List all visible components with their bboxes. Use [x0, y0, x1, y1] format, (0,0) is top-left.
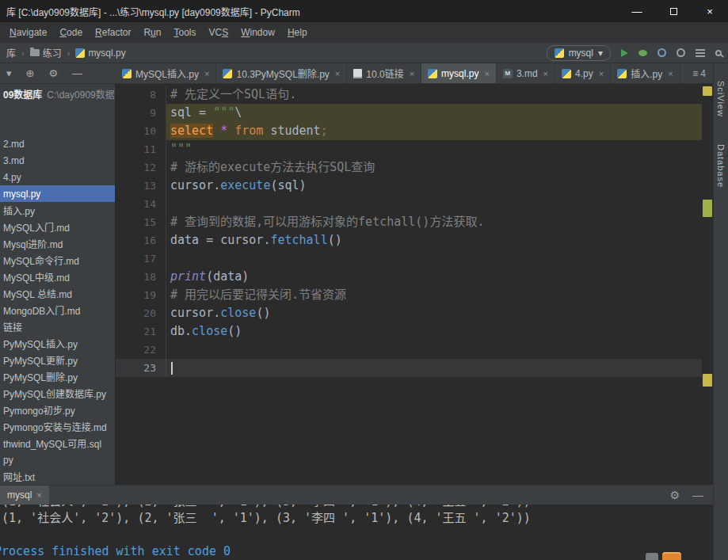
profiler-button[interactable] [677, 48, 685, 57]
menu-code[interactable]: Code [53, 24, 89, 41]
menu-bar: NavigateCodeRefactorRunToolsVCSWindowHel… [0, 22, 728, 43]
tree-item[interactable]: 2.md [0, 135, 115, 152]
tree-item[interactable]: mysql.py [0, 185, 115, 202]
tree-item[interactable]: MySQL 总结.md [0, 285, 115, 302]
editor-tab[interactable]: 3.md× [497, 63, 555, 83]
code-line[interactable]: 20cursor.close() [116, 304, 713, 322]
code-line[interactable]: 16data = cursor.fetchall() [116, 231, 713, 250]
menu-navigate[interactable]: Navigate [3, 24, 53, 41]
search-everywhere-icon[interactable] [715, 50, 722, 56]
close-button[interactable]: × [692, 0, 728, 22]
tree-item[interactable]: 3.md [0, 152, 115, 169]
menu-refactor[interactable]: Refactor [89, 24, 137, 41]
code-line[interactable]: 12# 游标的execute方法去执行SQL查询 [116, 158, 713, 177]
tool-window-sciview[interactable]: SciView [716, 81, 726, 117]
project-root-row[interactable]: 09数据库C:\day0909数据 [0, 86, 115, 102]
code-line[interactable]: 22 [116, 341, 713, 359]
tree-item[interactable]: MySQL中级.md [0, 269, 115, 285]
tree-item[interactable]: PyMySQL插入.py [0, 335, 115, 352]
hidden-tabs-button[interactable]: ≡ 4 [685, 63, 713, 83]
tab-close-icon[interactable]: × [543, 69, 548, 78]
tree-item[interactable]: PyMySQL创建数据库.py [0, 385, 115, 402]
debug-bug-button[interactable] [638, 50, 647, 56]
editor-tab[interactable]: 10.0链接× [347, 63, 421, 83]
tree-item[interactable]: 4.py [0, 169, 115, 185]
code-line[interactable]: 21db.close() [116, 322, 713, 341]
coverage-button[interactable] [657, 48, 666, 57]
locate-file-icon[interactable]: ⊕ [26, 67, 35, 79]
editor-tabs-row: ▾ ⊕ ⚙ — MySQL插入.py×10.3PyMySQL删除.py×10.0… [0, 63, 713, 84]
editor-scrollbar[interactable] [702, 84, 713, 485]
code-line[interactable]: 10select * from student; [116, 122, 713, 140]
code-line[interactable]: 15# 查询到的数据,可以用游标对象的fetchall()方法获取. [116, 213, 713, 231]
menu-run[interactable]: Run [137, 24, 167, 41]
tree-item[interactable]: 链接 [0, 318, 115, 335]
text-file-icon [353, 69, 362, 78]
code-line[interactable]: 9sql = """\ [116, 104, 713, 122]
code-line[interactable]: 23 [116, 359, 713, 377]
tree-item[interactable]: Pymongo安装与连接.md [0, 418, 115, 435]
tab-close-icon[interactable]: × [204, 69, 209, 78]
breadcrumb-item[interactable]: 练习 [30, 46, 62, 59]
editor-tab[interactable]: 插入.py× [611, 63, 680, 83]
run-button[interactable] [621, 49, 628, 57]
code-line[interactable]: 8# 先定义一个SQL语句. [116, 86, 713, 104]
code-line[interactable]: 14 [116, 195, 713, 213]
py-file-icon [562, 69, 571, 78]
tab-close-icon[interactable]: × [410, 69, 414, 78]
console-tab-mysql[interactable]: mysql × [0, 486, 49, 505]
hide-panel-icon[interactable]: — [72, 67, 82, 79]
tab-close-icon[interactable]: × [668, 69, 673, 78]
breadcrumb-item[interactable]: mysql.py [75, 48, 125, 59]
console-settings-gear-icon[interactable]: ⚙ [669, 489, 680, 501]
project-settings-gear-icon[interactable]: ⚙ [48, 67, 58, 79]
console-tab-close-icon[interactable]: × [36, 490, 41, 500]
notification-icon[interactable] [646, 553, 658, 560]
tool-window-database[interactable]: Database [716, 144, 726, 188]
minimize-button[interactable]: — [619, 0, 655, 22]
maximize-icon [670, 8, 677, 15]
tree-item[interactable]: Mysql进阶.md [0, 235, 115, 252]
code-line[interactable]: 11""" [116, 140, 713, 158]
breadcrumb-item[interactable]: 库 [6, 46, 16, 59]
tree-item[interactable]: py [0, 451, 115, 468]
code-line[interactable]: 19# 用完以后要记得关闭.节省资源 [116, 286, 713, 304]
tree-item[interactable]: MongoDB入门.md [0, 302, 115, 318]
run-anything-button[interactable] [696, 49, 705, 57]
stripe-marker [703, 86, 712, 96]
code-editor[interactable]: 8# 先定义一个SQL语句.9sql = """\10select * from… [116, 84, 713, 485]
menu-vcs[interactable]: VCS [203, 24, 235, 41]
tree-item[interactable]: PyMySQL更新.py [0, 352, 115, 368]
project-dropdown-icon[interactable]: ▾ [6, 67, 12, 79]
tab-close-icon[interactable]: × [484, 69, 489, 78]
line-number: 18 [116, 268, 166, 286]
tree-item[interactable]: Pymongo初步.py [0, 402, 115, 418]
code-line[interactable]: 17 [116, 250, 713, 268]
middle-row: ▾ ⊕ ⚙ — MySQL插入.py×10.3PyMySQL删除.py×10.0… [0, 63, 728, 560]
console-minimize-icon[interactable]: — [692, 489, 703, 501]
tab-close-icon[interactable]: × [335, 69, 340, 78]
code-line[interactable]: 18print(data) [116, 268, 713, 286]
code-line[interactable]: 13cursor.execute(sql) [116, 177, 713, 195]
right-tool-window-bar: SciView Database [713, 63, 728, 560]
menu-help[interactable]: Help [281, 24, 314, 41]
maximize-button[interactable] [655, 0, 692, 22]
menu-window[interactable]: Window [234, 24, 281, 41]
breadcrumb: 库›练习›mysql.py [6, 46, 547, 59]
tree-item[interactable]: 插入.py [0, 202, 115, 219]
code-text [166, 341, 713, 359]
run-config-combo[interactable]: mysql ▾ [547, 45, 611, 61]
tab-close-icon[interactable]: × [599, 69, 604, 78]
menu-tools[interactable]: Tools [167, 24, 202, 41]
event-log-balloon-icon[interactable] [662, 552, 681, 560]
editor-tab[interactable]: 10.3PyMySQL删除.py× [216, 63, 347, 83]
editor-tab[interactable]: MySQL插入.py× [116, 63, 216, 83]
tree-item[interactable]: 网址.txt [0, 468, 115, 485]
tree-item[interactable]: MySQL命令行.md [0, 252, 115, 269]
tree-item[interactable]: PyMySQL删除.py [0, 368, 115, 385]
code-text [166, 359, 713, 377]
tree-item[interactable]: thwind_MySQL可用.sql [0, 435, 115, 451]
tree-item[interactable]: MySQL入门.md [0, 219, 115, 235]
editor-tab[interactable]: 4.py× [555, 63, 611, 83]
editor-tab[interactable]: mysql.py× [421, 63, 497, 83]
